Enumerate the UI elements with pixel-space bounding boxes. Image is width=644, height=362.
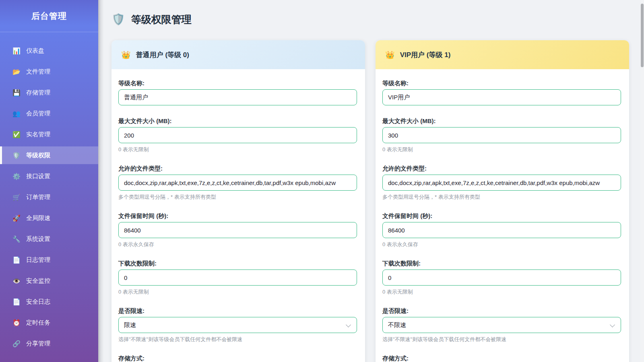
sidebar-item-label: 文件管理 (26, 68, 50, 76)
card-body-level-0: 等级名称:最大文件大小 (MB):0 表示无限制允许的文件类型:多个类型用逗号分… (111, 69, 365, 362)
retention-seconds-input[interactable] (118, 222, 357, 238)
retention-seconds-hint: 0 表示永久保存 (118, 241, 357, 248)
sidebar-item-global-speed-limit[interactable]: 🚀全局限速 (0, 209, 98, 227)
level-name-label: 等级名称: (118, 80, 357, 87)
sidebar-item-system-settings[interactable]: 🔧系统设置 (0, 230, 98, 248)
field-allowed-file-types: 允许的文件类型:多个类型用逗号分隔，* 表示支持所有类型 (118, 165, 357, 200)
eye-icon: 👁️ (12, 277, 21, 285)
field-storage-method: 存储方式: (118, 355, 357, 362)
sidebar-item-label: 会员管理 (26, 110, 50, 117)
sidebar-item-member-management[interactable]: 👥会员管理 (0, 105, 98, 122)
speed-limit-selected-value: 限速 (124, 321, 136, 329)
sidebar-item-storage-management[interactable]: 💾存储管理 (0, 84, 98, 101)
sidebar-item-label: 全局限速 (26, 214, 50, 222)
page-title: 等级权限管理 (131, 13, 192, 26)
crown-icon: 👑 (385, 51, 395, 59)
page-header: 🛡️ 等级权限管理 (111, 11, 640, 27)
shield-icon: 🛡️ (12, 152, 21, 159)
download-limit-hint: 0 表示无限制 (382, 288, 621, 295)
download-limit-input[interactable] (382, 269, 621, 286)
card-title: 普通用户 (等级 0) (136, 50, 189, 60)
chevron-down-icon (610, 322, 615, 327)
bar-chart-icon: 📊 (12, 47, 21, 55)
sidebar-item-file-management[interactable]: 📂文件管理 (0, 63, 98, 80)
check-mark-icon: ✅ (12, 131, 21, 138)
crown-icon: 👑 (121, 51, 131, 59)
gear-icon: ⚙️ (12, 173, 21, 180)
field-download-limit: 下载次数限制:0 表示无限制 (382, 260, 621, 295)
sidebar-item-log-management[interactable]: 📄日志管理 (0, 251, 98, 269)
allowed-file-types-input[interactable] (382, 175, 621, 191)
speed-limit-select[interactable]: 限速 (118, 317, 357, 333)
sidebar-item-label: 日志管理 (26, 256, 50, 264)
speed-limit-hint: 选择"不限速"则该等级会员下载任何文件都不会被限速 (382, 336, 621, 343)
allowed-file-types-hint: 多个类型用逗号分隔，* 表示支持所有类型 (118, 193, 357, 200)
card-header-level-0: 👑普通用户 (等级 0) (111, 40, 365, 69)
app-title: 后台管理 (0, 0, 98, 32)
sidebar-item-order-management[interactable]: 🛒订单管理 (0, 188, 98, 206)
level-name-input[interactable] (118, 89, 357, 105)
cart-icon: 🛒 (12, 193, 21, 201)
sidebar-item-realname-management[interactable]: ✅实名管理 (0, 125, 98, 143)
retention-seconds-label: 文件保留时间 (秒): (118, 212, 357, 220)
field-retention-seconds: 文件保留时间 (秒):0 表示永久保存 (118, 212, 357, 248)
sidebar-item-label: 仪表盘 (26, 47, 44, 55)
allowed-file-types-input[interactable] (118, 175, 357, 191)
page-scrollbar[interactable] (640, 0, 644, 362)
download-limit-label: 下载次数限制: (382, 260, 621, 267)
sidebar-item-label: 接口设置 (26, 173, 50, 180)
card-title: VIP用户 (等级 1) (400, 50, 451, 60)
sidebar-item-label: 分享管理 (26, 340, 50, 348)
sidebar: 后台管理 📊仪表盘📂文件管理💾存储管理👥会员管理✅实名管理🛡️等级权限⚙️接口设… (0, 0, 98, 362)
field-level-name: 等级名称: (382, 80, 621, 105)
speed-limit-select[interactable]: 不限速 (382, 317, 621, 333)
sidebar-nav: 📊仪表盘📂文件管理💾存储管理👥会员管理✅实名管理🛡️等级权限⚙️接口设置🛒订单管… (0, 32, 98, 352)
sidebar-item-security-monitor[interactable]: 👁️安全监控 (0, 272, 98, 290)
card-header-level-1: 👑VIP用户 (等级 1) (376, 40, 629, 69)
sidebar-item-share-management[interactable]: 🔗分享管理 (0, 335, 98, 352)
allowed-file-types-hint: 多个类型用逗号分隔，* 表示支持所有类型 (382, 193, 621, 200)
sidebar-item-security-logs[interactable]: 📄安全日志 (0, 293, 98, 311)
speed-limit-hint: 选择"不限速"则该等级会员下载任何文件都不会被限速 (118, 336, 357, 343)
sidebar-item-label: 实名管理 (26, 131, 50, 138)
download-limit-hint: 0 表示无限制 (118, 288, 357, 295)
max-file-size-input[interactable] (382, 127, 621, 143)
download-limit-input[interactable] (118, 269, 357, 286)
sidebar-item-label: 系统设置 (26, 235, 50, 243)
allowed-file-types-label: 允许的文件类型: (118, 165, 357, 172)
max-file-size-label: 最大文件大小 (MB): (382, 117, 621, 125)
sidebar-item-scheduled-tasks[interactable]: ⏰定时任务 (0, 314, 98, 331)
download-limit-label: 下载次数限制: (118, 260, 357, 267)
max-file-size-input[interactable] (118, 127, 357, 143)
level-card-level-0: 👑普通用户 (等级 0)等级名称:最大文件大小 (MB):0 表示无限制允许的文… (111, 40, 365, 362)
sidebar-shadow (98, 0, 104, 362)
level-name-input[interactable] (382, 89, 621, 105)
document-icon: 📄 (12, 256, 21, 264)
field-speed-limit: 是否限速:不限速选择"不限速"则该等级会员下载任何文件都不会被限速 (382, 307, 621, 343)
retention-seconds-input[interactable] (382, 222, 621, 238)
max-file-size-label: 最大文件大小 (MB): (118, 117, 357, 125)
speed-limit-label: 是否限速: (118, 307, 357, 315)
chevron-down-icon (346, 322, 351, 327)
card-body-level-1: 等级名称:最大文件大小 (MB):0 表示无限制允许的文件类型:多个类型用逗号分… (376, 69, 629, 362)
retention-seconds-label: 文件保留时间 (秒): (382, 212, 621, 220)
allowed-file-types-label: 允许的文件类型: (382, 165, 621, 172)
speed-limit-label: 是否限速: (382, 307, 621, 315)
sidebar-item-label: 安全监控 (26, 277, 50, 285)
field-speed-limit: 是否限速:限速选择"不限速"则该等级会员下载任何文件都不会被限速 (118, 307, 357, 343)
field-retention-seconds: 文件保留时间 (秒):0 表示永久保存 (382, 212, 621, 248)
alarm-clock-icon: ⏰ (12, 319, 21, 327)
sidebar-item-level-permissions[interactable]: 🛡️等级权限 (0, 146, 98, 164)
sidebar-item-label: 等级权限 (26, 152, 50, 159)
sidebar-item-dashboard[interactable]: 📊仪表盘 (0, 42, 98, 60)
storage-method-label: 存储方式: (118, 355, 357, 362)
max-file-size-hint: 0 表示无限制 (118, 146, 357, 153)
retention-seconds-hint: 0 表示永久保存 (382, 241, 621, 248)
scrollbar-thumb[interactable] (641, 4, 644, 67)
floppy-disk-icon: 💾 (12, 89, 21, 97)
sidebar-item-api-settings[interactable]: ⚙️接口设置 (0, 167, 98, 185)
level-cards: 👑普通用户 (等级 0)等级名称:最大文件大小 (MB):0 表示无限制允许的文… (111, 40, 640, 362)
shield-icon: 🛡️ (111, 14, 125, 25)
main-content: 🛡️ 等级权限管理 👑普通用户 (等级 0)等级名称:最大文件大小 (MB):0… (98, 0, 640, 362)
sidebar-item-label: 订单管理 (26, 193, 50, 201)
